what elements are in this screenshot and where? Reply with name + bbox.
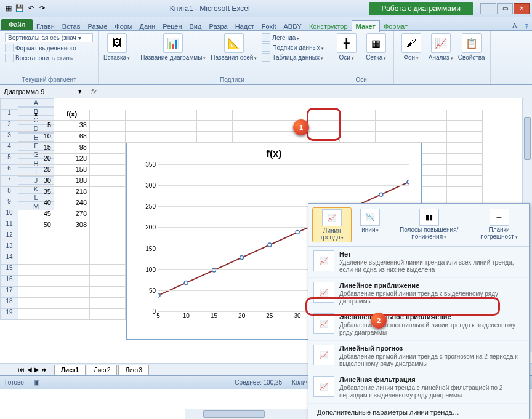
cell[interactable] xyxy=(90,287,126,298)
row-header[interactable]: 9 xyxy=(0,198,18,209)
cell[interactable] xyxy=(197,110,233,121)
cell[interactable] xyxy=(233,121,268,132)
cell[interactable]: 5 xyxy=(18,121,54,132)
cell[interactable] xyxy=(447,132,483,143)
properties-button[interactable]: 📋Свойства xyxy=(458,33,485,61)
cell[interactable]: 98 xyxy=(54,143,90,154)
cell[interactable]: 25 xyxy=(18,165,54,176)
cell[interactable]: 278 xyxy=(54,209,90,220)
updown-bars-button[interactable]: ▮▮Полосы повышения/понижения xyxy=(389,207,469,242)
cell[interactable] xyxy=(90,121,126,132)
more-trendline-options[interactable]: Дополнительные параметры линии тренда… xyxy=(308,404,529,419)
cell[interactable] xyxy=(90,242,126,253)
cell[interactable]: 15 xyxy=(18,143,54,154)
row-header[interactable]: 8 xyxy=(0,187,18,198)
cell[interactable] xyxy=(447,187,483,198)
cell[interactable] xyxy=(304,132,340,143)
cell[interactable] xyxy=(18,242,54,253)
maximize-button[interactable]: ▭ xyxy=(497,3,513,14)
row-header[interactable]: 3 xyxy=(0,132,18,143)
format-selection-button[interactable]: Формат выделенного xyxy=(15,45,76,52)
cell[interactable] xyxy=(18,287,54,298)
cell[interactable] xyxy=(233,110,268,121)
cell[interactable] xyxy=(340,110,376,121)
cell[interactable] xyxy=(90,187,126,198)
cell[interactable] xyxy=(340,121,376,132)
chart-title-button[interactable]: 📊Название диаграммы xyxy=(140,33,206,61)
data-table-button[interactable]: Таблица данных xyxy=(272,54,323,61)
cell[interactable] xyxy=(161,132,197,143)
trendline-option[interactable]: 📈Линейная фильтрацияДобавление линии тре… xyxy=(308,372,529,404)
reset-style-button[interactable]: Восстановить стиль xyxy=(15,55,73,62)
save-icon[interactable]: 💾 xyxy=(15,4,25,14)
cell[interactable] xyxy=(54,298,90,309)
sheet-tab[interactable]: Лист3 xyxy=(118,365,148,375)
tab-nav-first-icon[interactable]: ⏮ xyxy=(18,366,25,373)
cell[interactable] xyxy=(126,121,161,132)
cell[interactable]: x xyxy=(18,110,54,121)
cell[interactable]: 218 xyxy=(54,187,90,198)
file-tab[interactable]: Файл xyxy=(1,19,33,30)
row-header[interactable]: 19 xyxy=(0,309,18,320)
cell[interactable] xyxy=(197,132,233,143)
trendline-option[interactable]: 📈Линейный прогнозДобавление прямой линии… xyxy=(308,341,529,372)
cell[interactable] xyxy=(90,276,126,287)
undo-icon[interactable]: ↶ xyxy=(26,4,36,14)
legend-button[interactable]: Легенда xyxy=(272,34,299,41)
tab-nav-next-icon[interactable]: ▶ xyxy=(34,366,39,373)
cell[interactable] xyxy=(447,176,483,187)
row-header[interactable]: 6 xyxy=(0,165,18,176)
axes-button[interactable]: ╋Оси xyxy=(334,33,359,61)
cell[interactable] xyxy=(90,265,126,276)
cell[interactable]: 30 xyxy=(18,176,54,187)
cell[interactable]: 248 xyxy=(54,198,90,209)
cell[interactable]: 45 xyxy=(18,209,54,220)
cell[interactable] xyxy=(411,110,447,121)
row-header[interactable]: 16 xyxy=(0,276,18,287)
cell[interactable] xyxy=(447,143,483,154)
cell[interactable] xyxy=(376,121,411,132)
cell[interactable] xyxy=(304,110,340,121)
gridlines-button[interactable]: ▦Сетка xyxy=(364,33,389,61)
cell[interactable]: 35 xyxy=(18,187,54,198)
lines-button[interactable]: 📉инии xyxy=(355,207,385,242)
cell[interactable] xyxy=(447,110,483,121)
cell[interactable] xyxy=(54,231,90,242)
cell[interactable] xyxy=(54,253,90,265)
row-header[interactable]: 13 xyxy=(0,242,18,253)
row-header[interactable]: 17 xyxy=(0,287,18,298)
axis-titles-button[interactable]: 📐Названия осей xyxy=(211,33,257,61)
cell[interactable] xyxy=(304,121,340,132)
cell[interactable] xyxy=(411,121,447,132)
row-header[interactable]: 7 xyxy=(0,176,18,187)
cell[interactable] xyxy=(18,309,54,320)
redo-icon[interactable]: ↷ xyxy=(37,4,47,14)
row-header[interactable]: 2 xyxy=(0,121,18,132)
cell[interactable]: 20 xyxy=(18,154,54,165)
status-record-icon[interactable]: ▣ xyxy=(34,379,39,386)
minimize-button[interactable]: — xyxy=(480,3,496,14)
cell[interactable] xyxy=(90,143,126,154)
close-button[interactable]: ✕ xyxy=(514,3,530,14)
tab-nav-last-icon[interactable]: ⏭ xyxy=(42,366,48,373)
cell[interactable] xyxy=(18,253,54,265)
select-all-corner[interactable] xyxy=(0,98,18,110)
cell[interactable] xyxy=(18,276,54,287)
cell[interactable] xyxy=(90,110,126,121)
trendline-button[interactable]: 📈Линия тренда xyxy=(312,207,352,242)
trendline-option[interactable]: 📈НетУдаление выделенной линии тренда или… xyxy=(308,247,529,278)
minimize-ribbon-icon[interactable]: ᐱ xyxy=(509,22,521,30)
cell[interactable] xyxy=(90,198,126,209)
cell[interactable] xyxy=(90,253,126,265)
cell[interactable] xyxy=(197,121,233,132)
cell[interactable] xyxy=(18,231,54,242)
cell[interactable] xyxy=(18,298,54,309)
tab-nav-prev-icon[interactable]: ◀ xyxy=(27,366,32,373)
row-header[interactable]: 4 xyxy=(0,143,18,154)
cell[interactable] xyxy=(376,110,411,121)
trendline-option[interactable]: 📈Экспоненциальное приближениеДобавление … xyxy=(308,309,529,341)
cell[interactable] xyxy=(90,154,126,165)
cell[interactable] xyxy=(340,132,376,143)
cell[interactable] xyxy=(161,121,197,132)
cell[interactable] xyxy=(90,132,126,143)
